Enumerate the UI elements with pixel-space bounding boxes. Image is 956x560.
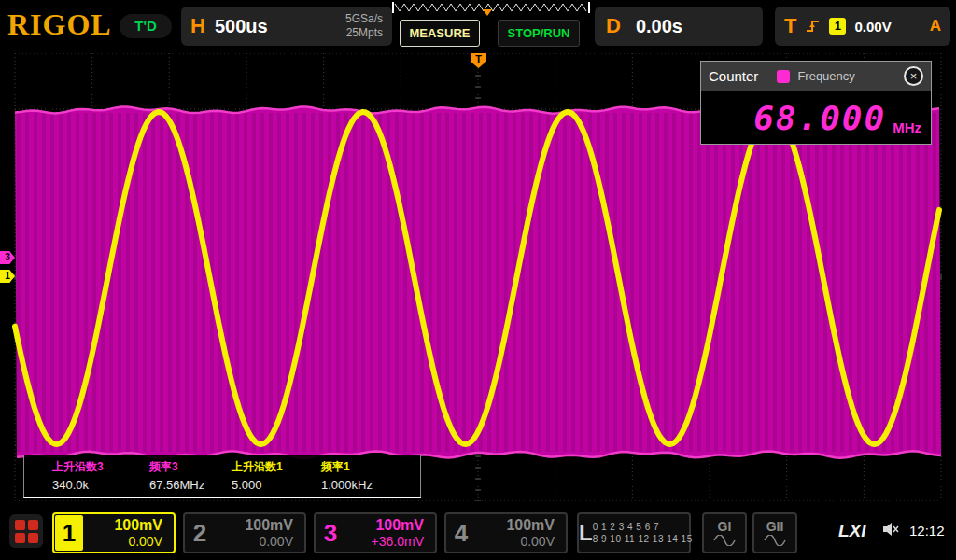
counter-header: Counter Frequency × bbox=[701, 62, 931, 91]
channel-4-scale: 100mV bbox=[506, 516, 555, 534]
digital-label: L bbox=[579, 520, 593, 546]
rigol-logo: RIGOL bbox=[7, 7, 112, 42]
counter-mode-label: Frequency bbox=[797, 69, 854, 83]
trigger-settings-block[interactable]: T 1 0.00V A bbox=[775, 7, 950, 46]
delay-label: D bbox=[606, 14, 621, 38]
channel-4-badge: 4 bbox=[447, 515, 475, 551]
measurement-item: 频率3 67.56MHz bbox=[149, 459, 232, 497]
measurement-value: 340.0k bbox=[52, 478, 149, 492]
measurement-label: 上升沿数1 bbox=[232, 459, 321, 475]
menu-button[interactable] bbox=[9, 514, 43, 548]
measure-button[interactable]: MEASURE bbox=[400, 20, 480, 47]
memory-depth: 25Mpts bbox=[346, 26, 383, 40]
digital-channels-button[interactable]: L 0 1 2 3 4 5 6 7 8 9 10 11 12 13 14 15 bbox=[577, 512, 691, 553]
channel-1-badge: 1 bbox=[55, 515, 83, 551]
channel-1-button[interactable]: 1 100mV 0.00V bbox=[52, 512, 176, 553]
measurement-label: 频率3 bbox=[149, 459, 232, 475]
measurement-item: 上升沿数3 340.0k bbox=[52, 459, 149, 497]
trigger-source-badge: 1 bbox=[829, 18, 846, 35]
top-bar: RIGOL T'D H 500us 5GSa/s 25Mpts MEASURE … bbox=[0, 0, 956, 52]
digital-row-1: 0 1 2 3 4 5 6 7 bbox=[593, 522, 693, 532]
generator-2-button[interactable]: GII bbox=[752, 512, 797, 553]
trigger-level-value: 0.00V bbox=[854, 19, 891, 35]
counter-panel: Counter Frequency × 68.000 MHz bbox=[700, 61, 932, 145]
measurement-label: 上升沿数3 bbox=[52, 459, 149, 475]
frequency-mode-icon bbox=[777, 70, 790, 83]
sine-icon bbox=[764, 535, 786, 546]
channel-2-button[interactable]: 2 100mV 0.00V bbox=[183, 512, 306, 553]
record-trigger-marker-icon bbox=[483, 9, 492, 16]
counter-title: Counter bbox=[709, 68, 758, 84]
trigger-label: T bbox=[784, 14, 796, 38]
menu-grid-icon bbox=[15, 520, 38, 543]
horizontal-settings-block[interactable]: H 500us 5GSa/s 25Mpts bbox=[181, 7, 392, 46]
close-icon[interactable]: × bbox=[904, 66, 923, 86]
channel-4-button[interactable]: 4 100mV 0.00V bbox=[444, 512, 568, 553]
channel-3-button[interactable]: 3 100mV +36.0mV bbox=[314, 512, 437, 553]
trigger-slope-icon bbox=[805, 19, 821, 34]
measurement-label: 频率1 bbox=[321, 459, 420, 475]
channel-1-offset: 0.00V bbox=[128, 534, 162, 550]
channel-3-badge: 3 bbox=[316, 515, 344, 551]
lxi-logo: LXI bbox=[838, 521, 866, 541]
horizontal-label: H bbox=[190, 14, 205, 38]
sine-icon bbox=[713, 535, 736, 546]
timebase-value: 500us bbox=[215, 16, 268, 37]
stop-run-button[interactable]: STOP/RUN bbox=[498, 20, 580, 47]
trigger-sweep-mode: A bbox=[930, 17, 941, 35]
oscilloscope-screen: RIGOL T'D H 500us 5GSa/s 25Mpts MEASURE … bbox=[0, 0, 956, 560]
channel-2-scale: 100mV bbox=[245, 516, 293, 534]
measurement-item: 上升沿数1 5.000 bbox=[232, 459, 321, 497]
clock: 12:12 bbox=[909, 523, 945, 539]
measurement-value: 1.000kHz bbox=[321, 478, 420, 492]
counter-readout: 68.000 MHz bbox=[701, 91, 931, 144]
measurement-value: 67.56MHz bbox=[149, 478, 232, 492]
generator-1-label: GI bbox=[718, 520, 732, 533]
delay-value: 0.00s bbox=[636, 16, 682, 37]
generator-2-label: GII bbox=[766, 520, 784, 533]
channel-3-offset: +36.0mV bbox=[372, 534, 424, 550]
bottom-bar: 1 100mV 0.00V 2 100mV 0.00V 3 100mV +36.… bbox=[0, 509, 956, 560]
measurement-value: 5.000 bbox=[232, 478, 321, 492]
channel-3-scale: 100mV bbox=[375, 516, 424, 534]
measurement-item: 频率1 1.000kHz bbox=[321, 459, 420, 497]
channel-4-offset: 0.00V bbox=[520, 534, 555, 550]
generator-1-button[interactable]: GI bbox=[702, 512, 747, 553]
counter-value: 68.000 bbox=[753, 99, 886, 137]
trigger-status-badge: T'D bbox=[120, 14, 172, 38]
channel-2-offset: 0.00V bbox=[259, 534, 293, 550]
delay-settings-block[interactable]: D 0.00s bbox=[595, 7, 763, 46]
sample-rate: 5GSa/s bbox=[345, 12, 383, 26]
measurement-panel[interactable]: 上升沿数3 340.0k 频率3 67.56MHz 上升沿数1 5.000 频率… bbox=[23, 455, 421, 498]
acquisition-rates: 5GSa/s 25Mpts bbox=[345, 12, 383, 40]
channel-2-badge: 2 bbox=[186, 515, 214, 551]
waveform-display[interactable]: T 3 1 Counter Frequency × 68.000 MHz 上升沿… bbox=[0, 53, 956, 501]
channel-1-scale: 100mV bbox=[114, 516, 162, 534]
counter-unit: MHz bbox=[893, 119, 921, 144]
speaker-muted-icon bbox=[881, 522, 900, 537]
digital-row-2: 8 9 10 11 12 13 14 15 bbox=[593, 534, 693, 544]
